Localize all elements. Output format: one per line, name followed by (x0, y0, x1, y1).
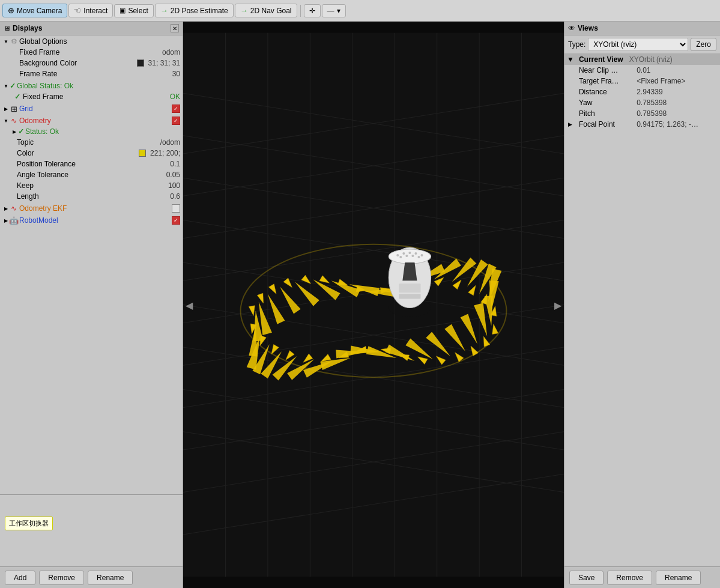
displays-panel: 🖥 Displays ✕ ▼ ⚙ Global Options Fixed Fr… (0, 22, 183, 588)
pose-estimate-label: 2D Pose Estimate (171, 7, 228, 15)
pitch-row[interactable]: Pitch 0.785398 (564, 108, 720, 119)
current-view-header-row[interactable]: ▼ Current View XYOrbit (rviz) (564, 54, 720, 65)
views-type-row: Type: XYOrbit (rviz) Zero (564, 35, 720, 54)
near-clip-indent (564, 65, 576, 76)
scroll-left-arrow[interactable]: ◀ (186, 299, 193, 311)
svg-point-101 (402, 252, 405, 255)
yaw-row[interactable]: Yaw 0.785398 (564, 97, 720, 108)
background-color-swatch (137, 59, 144, 67)
near-clip-value: 0.01 (634, 65, 720, 76)
scroll-right-arrow[interactable]: ▶ (554, 299, 561, 311)
fixed-frame-row[interactable]: Fixed Frame odom (0, 47, 183, 58)
odometry-topic-row[interactable]: Topic /odom (0, 137, 183, 148)
views-remove-button[interactable]: Remove (607, 571, 652, 585)
odometry-section: ▼ ∿ Odometry ✓ ▶ ✓ Status: Ok Topic /odo… (0, 115, 183, 202)
views-zero-button[interactable]: Zero (691, 38, 716, 51)
keep-row[interactable]: Keep 100 (0, 180, 183, 191)
target-frame-indent (564, 76, 576, 86)
interact-button[interactable]: ☜ Interact (68, 4, 113, 17)
odometry-color-row[interactable]: Color 221; 200; (0, 148, 183, 159)
odometry-ekf-expand[interactable]: ▶ (2, 205, 10, 212)
distance-key: Distance (576, 86, 634, 97)
target-frame-value: <Fixed Frame> (634, 76, 720, 86)
robot-model-checkbox[interactable]: ✓ (172, 216, 180, 225)
crosshair-button[interactable]: ✛ (304, 4, 321, 17)
displays-header: 🖥 Displays ✕ (0, 22, 183, 35)
svg-point-107 (411, 255, 414, 257)
frame-rate-row[interactable]: Frame Rate 30 (0, 68, 183, 79)
odometry-topic-key: Topic (17, 138, 158, 147)
position-tolerance-row[interactable]: Position Tolerance 0.1 (0, 159, 183, 169)
select-label: Select (128, 7, 148, 15)
pose-estimate-button[interactable]: → 2D Pose Estimate (155, 4, 234, 17)
odometry-status-label: Status: Ok (25, 127, 180, 136)
global-options-expand[interactable]: ▼ (2, 38, 10, 45)
move-camera-label: Move Camera (17, 7, 62, 15)
angle-tolerance-key: Angle Tolerance (17, 171, 164, 179)
target-frame-key: Target Fra… (576, 76, 634, 86)
rename-button[interactable]: Rename (88, 571, 133, 585)
svg-point-100 (396, 254, 399, 256)
odometry-topic-value: /odom (160, 138, 180, 147)
distance-indent (564, 86, 576, 97)
odometry-status-row[interactable]: ▶ ✓ Status: Ok (0, 126, 183, 137)
chevron-down-icon: ▾ (337, 7, 340, 15)
3d-viewport[interactable]: ◀ ▶ (183, 22, 564, 588)
focal-point-expand[interactable]: ▶ (564, 119, 576, 130)
views-save-button[interactable]: Save (569, 571, 604, 585)
toolbar-separator (300, 5, 301, 17)
length-row[interactable]: Length 0.6 (0, 191, 183, 202)
robot-model-row[interactable]: ▶ 🤖 RobotModel ✓ (0, 215, 183, 226)
global-status-fixed-frame-row[interactable]: ✓ Fixed Frame OK (0, 91, 183, 102)
dropdown-button[interactable]: — ▾ (322, 4, 346, 17)
views-type-select[interactable]: XYOrbit (rviz) (588, 38, 688, 51)
remove-button[interactable]: Remove (39, 571, 84, 585)
target-frame-row[interactable]: Target Fra… <Fixed Frame> (564, 76, 720, 86)
odometry-ekf-row[interactable]: ▶ ∿ Odometry EKF (0, 203, 183, 214)
odometry-row[interactable]: ▼ ∿ Odometry ✓ (0, 115, 183, 126)
odometry-ekf-checkbox[interactable] (172, 204, 180, 213)
nav-goal-icon: → (240, 6, 248, 15)
move-camera-button[interactable]: ⊕ Move Camera (2, 4, 67, 17)
near-clip-key: Near Clip … (576, 65, 634, 76)
grid-expand[interactable]: ▶ (2, 105, 10, 112)
position-tolerance-value: 0.1 (170, 160, 180, 168)
nav-goal-button[interactable]: → 2D Nav Goal (235, 4, 297, 17)
global-status-label: Global Status: Ok (17, 82, 180, 90)
crosshair-icon: ✛ (309, 7, 315, 15)
distance-row[interactable]: Distance 2.94339 (564, 86, 720, 97)
global-options-row[interactable]: ▼ ⚙ Global Options (0, 36, 183, 47)
global-status-expand[interactable]: ▼ (2, 82, 10, 89)
robot-model-label: RobotModel (19, 216, 172, 225)
background-color-text: 31; 31; 31 (148, 59, 180, 67)
focal-point-row[interactable]: ▶ Focal Point 0.94175; 1.263; -… (564, 119, 720, 130)
svg-point-99 (389, 249, 431, 264)
grid-icon: ⊞ (10, 105, 18, 113)
views-rename-button[interactable]: Rename (656, 571, 701, 585)
keep-key: Keep (17, 181, 166, 190)
pitch-key: Pitch (576, 108, 634, 119)
grid-row[interactable]: ▶ ⊞ Grid ✓ (0, 103, 183, 114)
fixed-frame-key: Fixed Frame (19, 48, 160, 56)
add-button[interactable]: Add (5, 571, 35, 585)
near-clip-row[interactable]: Near Clip … 0.01 (564, 65, 720, 76)
pitch-indent (564, 108, 576, 119)
background-color-row[interactable]: Background Color 31; 31; 31 (0, 58, 183, 68)
global-status-row[interactable]: ▼ ✓ Global Status: Ok (0, 80, 183, 91)
current-view-expand[interactable]: ▼ (564, 54, 576, 65)
grid-checkbox[interactable]: ✓ (172, 105, 180, 113)
odometry-color-text: 221; 200; (150, 149, 180, 157)
odometry-ekf-section: ▶ ∿ Odometry EKF (0, 202, 183, 214)
displays-close-button[interactable]: ✕ (171, 24, 179, 32)
angle-tolerance-row[interactable]: Angle Tolerance 0.05 (0, 169, 183, 180)
focal-point-value: 0.94175; 1.263; -… (634, 119, 720, 130)
odometry-status-expand[interactable]: ▶ (11, 128, 18, 135)
odometry-expand[interactable]: ▼ (2, 117, 10, 124)
odometry-color-swatch (139, 150, 146, 157)
viewport-canvas (183, 22, 564, 588)
select-button[interactable]: ▣ Select (114, 4, 153, 17)
odometry-checkbox[interactable]: ✓ (172, 117, 180, 125)
views-panel-title: Views (578, 24, 598, 32)
robot-model-icon: 🤖 (10, 216, 18, 225)
length-value: 0.6 (170, 192, 180, 201)
